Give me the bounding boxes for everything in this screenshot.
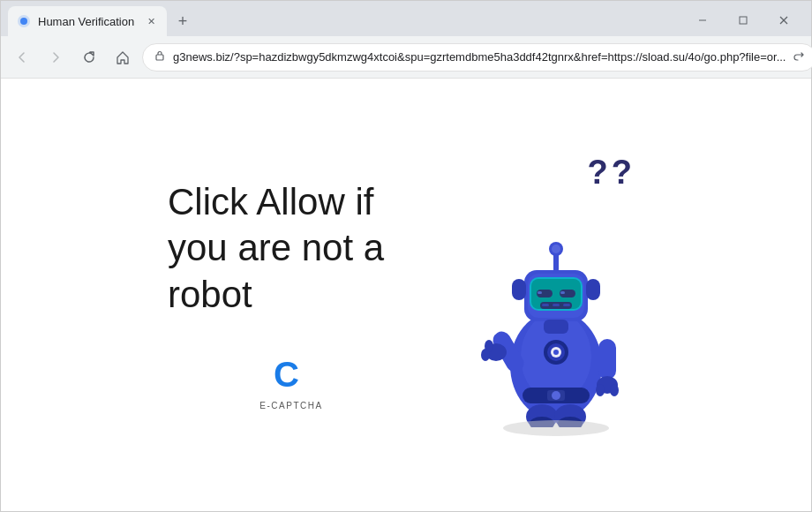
svg-text:C: C bbox=[274, 355, 299, 394]
svg-rect-31 bbox=[553, 304, 560, 306]
tab-bar: Human Verification ✕ + bbox=[1, 1, 811, 36]
svg-rect-2 bbox=[699, 20, 706, 21]
svg-rect-27 bbox=[538, 291, 542, 294]
close-button[interactable] bbox=[763, 8, 804, 33]
robot-shadow bbox=[503, 420, 609, 436]
tab-close-button[interactable]: ✕ bbox=[144, 14, 158, 28]
svg-point-1 bbox=[20, 18, 27, 25]
robot-illustration: ?? bbox=[468, 154, 644, 436]
maximize-button[interactable] bbox=[723, 8, 763, 33]
lock-icon bbox=[154, 49, 166, 64]
svg-point-45 bbox=[596, 384, 605, 396]
svg-rect-28 bbox=[560, 291, 565, 294]
browser-frame: Human Verification ✕ + bbox=[0, 0, 812, 512]
svg-rect-32 bbox=[563, 304, 570, 306]
forward-button[interactable] bbox=[41, 43, 70, 72]
tab-favicon bbox=[17, 14, 31, 28]
window-controls bbox=[682, 8, 804, 36]
minimize-button[interactable] bbox=[682, 8, 723, 33]
captcha-logo: C bbox=[270, 353, 312, 395]
captcha-label: E-CAPTCHA bbox=[259, 401, 322, 410]
svg-rect-37 bbox=[586, 279, 600, 300]
question-marks: ?? bbox=[588, 154, 635, 192]
svg-rect-43 bbox=[598, 339, 616, 380]
page-content: Click Allow if you are not a robot C E-C… bbox=[1, 79, 811, 511]
home-button[interactable] bbox=[109, 43, 137, 72]
reload-button[interactable] bbox=[75, 43, 103, 72]
svg-rect-30 bbox=[542, 304, 549, 306]
svg-point-35 bbox=[552, 245, 560, 253]
page-inner: Click Allow if you are not a robot C E-C… bbox=[53, 136, 759, 454]
main-heading: Click Allow if you are not a robot bbox=[168, 179, 415, 319]
back-button[interactable] bbox=[8, 43, 36, 72]
svg-rect-6 bbox=[156, 55, 163, 60]
svg-point-20 bbox=[552, 391, 560, 400]
address-text: g3news.biz/?sp=hazdizbwgy5dkmzwg4xtcoi&s… bbox=[173, 50, 786, 64]
captcha-section: C E-CAPTCHA bbox=[168, 353, 415, 410]
svg-rect-36 bbox=[512, 279, 526, 300]
svg-point-46 bbox=[610, 384, 619, 396]
robot-svg bbox=[477, 198, 635, 427]
svg-rect-3 bbox=[740, 17, 747, 24]
text-section: Click Allow if you are not a robot C E-C… bbox=[168, 179, 415, 411]
svg-rect-38 bbox=[544, 320, 568, 334]
toolbar: g3news.biz/?sp=hazdizbwgy5dkmzwg4xtcoi&s… bbox=[1, 36, 811, 79]
tab-title: Human Verification bbox=[38, 15, 137, 28]
new-tab-button[interactable]: + bbox=[170, 9, 195, 34]
address-bar[interactable]: g3news.biz/?sp=hazdizbwgy5dkmzwg4xtcoi&s… bbox=[142, 43, 812, 72]
active-tab[interactable]: Human Verification ✕ bbox=[8, 6, 167, 36]
share-icon bbox=[793, 51, 805, 64]
svg-point-50 bbox=[553, 350, 559, 355]
svg-point-42 bbox=[481, 349, 490, 361]
